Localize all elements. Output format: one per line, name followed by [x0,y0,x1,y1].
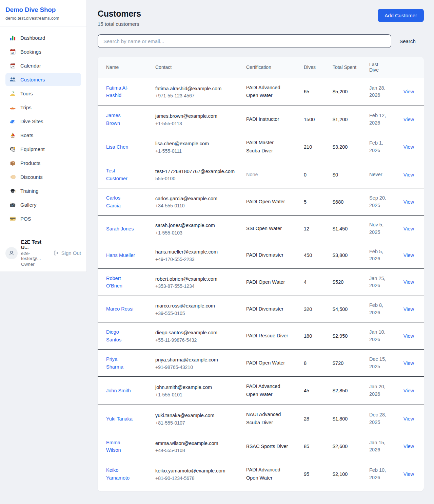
view-link[interactable]: View [403,89,414,94]
customer-email: james.brown@example.com [155,113,238,120]
view-link[interactable]: View [403,117,414,122]
customer-total-spent: $520 [329,269,365,296]
tag-icon [9,174,16,180]
customers-table: NameContactCertificationDivesTotal Spent… [98,57,424,488]
view-link[interactable]: View [403,144,414,150]
customer-name-link[interactable]: Diego Santos [106,329,121,342]
customer-name-link[interactable]: Lisa Chen [106,144,128,150]
shop-name: Demo Dive Shop [5,6,81,14]
view-link[interactable]: View [403,416,414,422]
customer-dives: 5 [300,188,329,216]
search-button[interactable]: Search [391,35,424,48]
view-link[interactable]: View [403,306,414,312]
customer-last-dive: Dec 28, 2025 [365,405,398,433]
credit-card-icon [9,216,16,222]
view-link[interactable]: View [403,471,414,477]
customer-total-spent: $2,850 [329,377,365,405]
customer-email: emma.wilson@example.com [155,440,238,447]
sidebar-item-label: Dashboard [20,35,45,41]
table-row: Test Customer test-1772681807767@example… [98,161,424,188]
sidebar-item-customers[interactable]: Customers [5,73,81,86]
customer-email: lisa.chen@example.com [155,140,238,148]
customer-name-link[interactable]: Fatima Al-Rashid [106,85,128,98]
sign-out-button[interactable]: Sign Out [53,250,81,256]
customer-last-dive: Jan 28, 2026 [365,78,398,106]
view-link[interactable]: View [403,199,414,205]
customer-last-dive: Jan 15, 2026 [365,433,398,460]
sidebar-item-discounts[interactable]: Discounts [5,170,81,184]
customer-name-link[interactable]: Sarah Jones [106,226,134,231]
sidebar-item-boats[interactable]: Boats [5,129,81,142]
view-link[interactable]: View [403,172,414,178]
customer-certification: PADI Divemaster [242,242,300,269]
camera-icon [9,202,16,208]
customer-dives: 85 [300,433,329,460]
sidebar-item-tours[interactable]: Tours [5,87,81,100]
customer-last-dive: Never [365,161,398,188]
column-header-last-dive: Last Dive [365,57,398,78]
user-avatar [5,247,18,259]
sidebar-item-bookings[interactable]: 17Bookings [5,45,81,58]
customer-name-link[interactable]: Yuki Tanaka [106,416,133,422]
customer-name-link[interactable]: Test Customer [106,168,127,181]
sidebar-item-label: Products [20,160,40,166]
add-customer-button[interactable]: Add Customer [378,9,424,22]
user-meta: E2E Test U... e2e-tester@... Owner [21,239,50,267]
view-link[interactable]: View [403,360,414,366]
customer-name-link[interactable]: Hans Mueller [106,253,135,258]
shop-domain: demo.test.divestreams.com [5,16,81,21]
customer-last-dive: Feb 12, 2026 [365,106,398,133]
customer-name-link[interactable]: Emma Wilson [106,440,121,453]
sidebar-item-products[interactable]: Products [5,156,81,170]
sidebar-item-trips[interactable]: Trips [5,101,81,114]
view-link[interactable]: View [403,388,414,393]
page-header: Customers 15 total customers Add Custome… [98,9,424,27]
customer-certification: PADI Open Water [242,269,300,296]
package-icon [9,160,16,166]
sidebar-item-equipment[interactable]: Equipment [5,143,81,156]
customer-name-link[interactable]: John Smith [106,388,131,393]
sidebar-user: E2E Test U... e2e-tester@... Owner Sign … [0,235,86,272]
customer-email: hans.mueller@example.com [155,248,238,256]
customer-dives: 320 [300,296,329,322]
customer-name-link[interactable]: Marco Rossi [106,306,134,312]
customer-name-link[interactable]: Carlos Garcia [106,195,121,208]
main-content: Customers 15 total customers Add Custome… [87,0,434,502]
sidebar-item-calendar[interactable]: Calendar [5,59,81,72]
table-row: Emma Wilson emma.wilson@example.com +44-… [98,433,424,460]
customer-certification: PADI Advanced Open Water [242,78,300,106]
customer-name-link[interactable]: Priya Sharma [106,356,123,369]
customer-dives: 45 [300,377,329,405]
customer-certification: NAUI Advanced Scuba Diver [242,405,300,433]
view-link[interactable]: View [403,253,414,258]
table-row: Yuki Tanaka yuki.tanaka@example.com +81-… [98,405,424,433]
customer-name-link[interactable]: Robert O'Brien [106,276,122,288]
table-row: Hans Mueller hans.mueller@example.com +4… [98,242,424,269]
customer-total-spent: $4,500 [329,296,365,322]
customer-last-dive: Jan 25, 2026 [365,269,398,296]
view-link[interactable]: View [403,333,414,339]
table-row: Sarah Jones sarah.jones@example.com +1-5… [98,216,424,242]
view-link[interactable]: View [403,226,414,231]
view-link[interactable]: View [403,444,414,449]
customer-phone: +81-555-0107 [155,420,238,426]
customer-email: sarah.jones@example.com [155,222,238,229]
search-bar: Search [98,34,424,48]
sidebar-item-gallery[interactable]: Gallery [5,198,81,211]
sidebar-item-dive-sites[interactable]: Dive Sites [5,115,81,128]
view-link[interactable]: View [403,279,414,285]
customer-phone: +1-555-0111 [155,148,238,154]
sidebar-item-dashboard[interactable]: Dashboard [5,31,81,44]
sidebar-item-pos[interactable]: POS [5,212,81,225]
customer-phone: +34-555-0110 [155,203,238,208]
table-row: Lisa Chen lisa.chen@example.com +1-555-0… [98,133,424,161]
sailboat-icon [9,132,16,138]
customer-name-link[interactable]: Keiko Yamamoto [106,467,130,480]
customer-email: priya.sharma@example.com [155,356,238,364]
customer-dives: 65 [300,78,329,106]
search-input[interactable] [98,34,391,48]
customer-name-link[interactable]: James Brown [106,113,121,126]
table-row: Priya Sharma priya.sharma@example.com +9… [98,350,424,377]
sidebar-item-training[interactable]: Training [5,184,81,198]
person-icon [8,250,15,257]
